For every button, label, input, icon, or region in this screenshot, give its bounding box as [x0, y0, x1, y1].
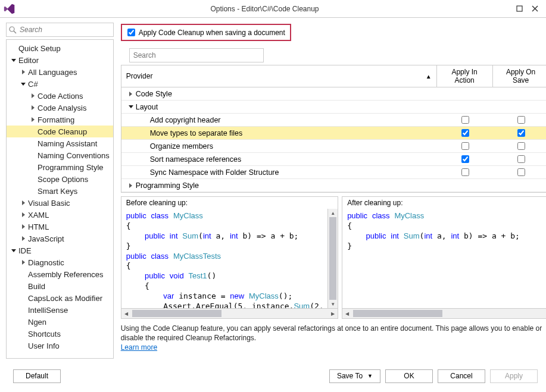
ok-button[interactable]: OK	[385, 369, 433, 383]
tree-item-naming-conventions[interactable]: Naming Conventions	[7, 149, 113, 161]
tree-item-label: C#	[28, 80, 38, 89]
tree-expander-icon[interactable]	[29, 104, 36, 111]
tree-expander-icon[interactable]	[10, 247, 17, 254]
grid-item-row[interactable]: Sync Namespace with Folder Structure	[121, 166, 546, 179]
apply-on-save-checkbox[interactable]	[127, 29, 135, 36]
sidebar: Quick SetupEditorAll LanguagesC#Code Act…	[0, 18, 117, 362]
before-horizontal-scrollbar[interactable]: ◀▶	[121, 308, 338, 318]
apply-on-save-box[interactable]: Apply Code Cleanup when saving a documen…	[121, 24, 291, 41]
apply-in-action-checkbox[interactable]	[461, 129, 469, 137]
apply-on-save-checkbox[interactable]	[517, 155, 525, 163]
provider-search-input[interactable]	[129, 48, 264, 62]
tree-item-ide[interactable]: IDE	[7, 244, 113, 256]
tree-item-build[interactable]: Build	[7, 280, 113, 292]
grid-row-label: Layout	[136, 103, 158, 111]
tree-expander-icon[interactable]	[20, 223, 27, 230]
tree-item-formatting[interactable]: Formatting	[7, 114, 113, 126]
tree-item-code-cleanup[interactable]: Code Cleanup	[7, 126, 113, 137]
tree-item-programming-style[interactable]: Programming Style	[7, 161, 113, 173]
tree-expander-icon[interactable]	[29, 92, 36, 99]
save-to-button[interactable]: Save To▼	[329, 369, 380, 383]
sidebar-search-input[interactable]	[6, 23, 114, 37]
tree-item-label: Diagnostic	[28, 258, 64, 267]
tree-item-c-[interactable]: C#	[7, 78, 113, 90]
tree-item-label: Assembly References	[28, 270, 103, 279]
tree-item-code-analysis[interactable]: Code Analysis	[7, 102, 113, 114]
tree-expander-icon[interactable]	[20, 259, 27, 266]
tree-item-label: IDE	[18, 246, 32, 255]
close-button[interactable]	[527, 3, 542, 15]
tree-item-smart-keys[interactable]: Smart Keys	[7, 185, 113, 197]
grid-expander-icon[interactable]	[127, 104, 135, 111]
before-vertical-scrollbar[interactable]: ▲▼	[327, 209, 338, 308]
grid-group-row[interactable]: Programming Style	[121, 179, 546, 192]
grid-group-row[interactable]: Layout	[121, 101, 546, 114]
grid-item-row[interactable]: Move types to separate files	[121, 127, 546, 140]
apply-on-save-checkbox[interactable]	[517, 129, 525, 137]
tree-item-code-actions[interactable]: Code Actions	[7, 90, 113, 102]
tree-item-label: Code Actions	[38, 92, 83, 101]
options-tree[interactable]: Quick SetupEditorAll LanguagesC#Code Act…	[6, 39, 114, 359]
tree-spacer	[20, 294, 27, 302]
tree-item-quick-setup[interactable]: Quick Setup	[7, 42, 113, 54]
tree-item-intellisense[interactable]: IntelliSense	[7, 304, 113, 316]
vs-logo-icon	[4, 3, 15, 15]
apply-in-action-checkbox[interactable]	[461, 116, 469, 124]
apply-on-save-checkbox[interactable]	[517, 142, 525, 150]
tree-expander-icon[interactable]	[20, 80, 27, 87]
tree-item-label: Visual Basic	[28, 199, 70, 208]
tree-expander-icon[interactable]	[20, 199, 27, 206]
tree-expander-icon[interactable]	[20, 235, 27, 242]
tree-item-all-languages[interactable]: All Languages	[7, 66, 113, 78]
tree-item-html[interactable]: HTML	[7, 221, 113, 233]
tree-item-assembly-references[interactable]: Assembly References	[7, 268, 113, 280]
grid-expander-icon[interactable]	[127, 90, 135, 98]
tree-expander-icon[interactable]	[20, 211, 27, 218]
col-apply-in-action[interactable]: Apply In Action	[437, 65, 493, 87]
tree-expander-icon[interactable]	[29, 116, 36, 123]
maximize-button[interactable]	[511, 3, 527, 15]
apply-button[interactable]: Apply	[490, 369, 538, 383]
tree-item-ngen[interactable]: Ngen	[7, 316, 113, 328]
grid-row-label: Add copyright header	[150, 116, 221, 124]
grid-item-row[interactable]: Add copyright header	[121, 114, 546, 127]
apply-in-action-checkbox[interactable]	[461, 168, 469, 176]
default-button[interactable]: Default	[13, 369, 61, 383]
tree-item-capslock-as-modifier[interactable]: CapsLock as Modifier	[7, 292, 113, 304]
tree-item-user-info[interactable]: User Info	[7, 340, 113, 352]
learn-more-link[interactable]: Learn more	[121, 343, 157, 352]
tree-spacer	[29, 140, 36, 147]
tree-item-label: All Languages	[28, 68, 77, 77]
tree-item-naming-assistant[interactable]: Naming Assistant	[7, 137, 113, 149]
grid-row-label: Code Style	[136, 90, 172, 98]
apply-on-save-checkbox[interactable]	[517, 116, 525, 124]
tree-item-shortcuts[interactable]: Shortcuts	[7, 328, 113, 340]
grid-group-row[interactable]: Code Style	[121, 87, 546, 101]
apply-in-action-checkbox[interactable]	[461, 155, 469, 163]
tree-item-diagnostic[interactable]: Diagnostic	[7, 256, 113, 268]
tree-spacer	[20, 271, 27, 278]
tree-item-javascript[interactable]: JavaScript	[7, 233, 113, 244]
apply-on-save-checkbox[interactable]	[517, 168, 525, 176]
tree-item-scope-options[interactable]: Scope Options	[7, 173, 113, 185]
grid-expander-icon[interactable]	[127, 182, 135, 189]
tree-item-xaml[interactable]: XAML	[7, 209, 113, 221]
grid-item-row[interactable]: Organize members	[121, 140, 546, 153]
col-apply-on-save[interactable]: Apply On Save	[493, 65, 546, 87]
search-icon	[9, 26, 17, 36]
tree-spacer	[29, 164, 36, 171]
grid-item-row[interactable]: Sort namespace references	[121, 153, 546, 166]
col-provider[interactable]: Provider ▲	[121, 65, 437, 87]
tree-expander-icon[interactable]	[20, 68, 27, 76]
cancel-button[interactable]: Cancel	[438, 369, 485, 383]
title-bar: Options - Editor\C#\Code Cleanup	[0, 0, 546, 18]
tree-item-editor[interactable]: Editor	[7, 54, 113, 66]
after-code: public class MyClass { public int Sum(in…	[342, 209, 546, 308]
after-horizontal-scrollbar[interactable]: ◀▶	[342, 308, 546, 318]
sort-asc-icon: ▲	[426, 73, 432, 80]
tree-item-label: XAML	[28, 211, 49, 219]
tree-expander-icon[interactable]	[10, 57, 17, 64]
grid-header: Provider ▲ Apply In Action Apply On Save	[121, 65, 546, 87]
tree-item-visual-basic[interactable]: Visual Basic	[7, 197, 113, 209]
apply-in-action-checkbox[interactable]	[461, 142, 469, 150]
